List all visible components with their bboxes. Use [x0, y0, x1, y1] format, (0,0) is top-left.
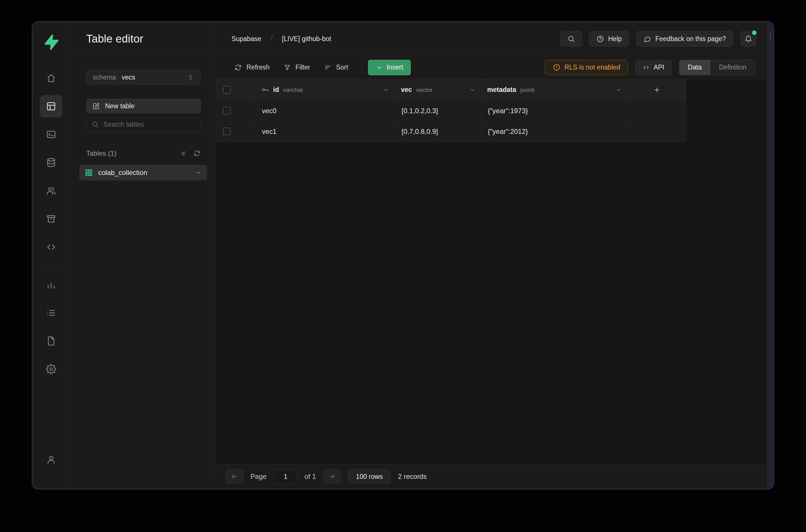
- refresh-button[interactable]: Refresh: [228, 59, 276, 76]
- insert-button[interactable]: Insert: [368, 60, 411, 75]
- page-title: Table editor: [86, 33, 143, 45]
- code-icon: [642, 64, 650, 71]
- column-name: vec: [401, 86, 412, 94]
- previous-page-button[interactable]: [226, 469, 243, 484]
- sort-lines-icon: [324, 64, 331, 71]
- api-label: API: [653, 63, 664, 71]
- sidebar-item-account[interactable]: [40, 449, 62, 471]
- schema-select[interactable]: schema vecs: [86, 70, 201, 84]
- insert-label: Insert: [387, 63, 403, 71]
- toolbar-divider: [361, 62, 362, 73]
- breadcrumb: Supabase [LIVE] github-bot: [231, 34, 331, 44]
- cell-metadata[interactable]: {"year":2012}: [481, 121, 628, 141]
- rows-per-page-button[interactable]: 100 rows: [348, 469, 390, 484]
- notification-dot: [751, 29, 758, 36]
- row-checkbox[interactable]: [223, 128, 231, 135]
- cell-metadata[interactable]: {"year":1973}: [481, 100, 628, 121]
- table-list-item[interactable]: colab_collection: [79, 165, 207, 180]
- table-editor-panel: Table editor schema vecs New table Table…: [70, 22, 216, 489]
- sidebar-item-edge-functions[interactable]: [40, 236, 62, 258]
- chevron-down-icon[interactable]: [469, 87, 475, 93]
- filter-label: Filter: [295, 63, 310, 71]
- table-row[interactable]: vec0 [0.1,0.2,0.3] {"year":1973}: [216, 100, 686, 121]
- sidebar-item-database[interactable]: [40, 151, 62, 174]
- refresh-tables-button[interactable]: [193, 150, 201, 157]
- page-of-label: of 1: [305, 473, 316, 480]
- sidebar-item-storage[interactable]: [40, 208, 62, 230]
- chevron-down-icon[interactable]: [383, 87, 389, 93]
- speech-bubble-icon: [644, 35, 651, 43]
- cell-id[interactable]: vec1: [256, 121, 395, 141]
- sidebar-item-auth[interactable]: [40, 179, 62, 202]
- page-number-input[interactable]: [274, 469, 297, 484]
- nav-rail: [33, 22, 70, 489]
- column-type: vector: [416, 87, 432, 93]
- breadcrumb-project[interactable]: [LIVE] github-bot: [282, 35, 331, 43]
- more-options-icon[interactable]: [768, 31, 772, 42]
- tab-data[interactable]: Data: [679, 60, 711, 75]
- record-count: 2 records: [398, 473, 426, 480]
- data-grid: id varchar vec vector metadata jsonb: [216, 79, 767, 464]
- gear-icon: [46, 364, 56, 374]
- cell-id[interactable]: vec0: [256, 100, 395, 121]
- search-tables-input[interactable]: [103, 121, 195, 128]
- rls-warning-badge[interactable]: RLS is not enabled: [545, 60, 628, 75]
- breadcrumb-org[interactable]: Supabase: [231, 35, 262, 43]
- sidebar-item-logs[interactable]: [40, 302, 62, 324]
- column-name: id: [273, 86, 279, 94]
- column-header-vec[interactable]: vec vector: [395, 79, 481, 100]
- sidebar-item-sql-editor[interactable]: [40, 123, 62, 146]
- add-column-button[interactable]: [628, 79, 686, 100]
- top-header: Supabase [LIVE] github-bot Help Feedback…: [216, 22, 767, 56]
- tab-definition[interactable]: Definition: [710, 60, 755, 75]
- rail-divider: [42, 266, 60, 266]
- feedback-label: Feedback on this page?: [655, 35, 726, 43]
- help-button[interactable]: Help: [589, 31, 629, 46]
- collapse-all-button[interactable]: [179, 150, 187, 157]
- table-name: colab_collection: [98, 169, 147, 177]
- next-page-button[interactable]: [323, 469, 341, 484]
- notifications-button[interactable]: [741, 31, 756, 46]
- sidebar-item-reports[interactable]: [40, 273, 62, 296]
- api-button[interactable]: API: [635, 60, 671, 75]
- cell-vec[interactable]: [0.1,0.2,0.3]: [395, 100, 481, 121]
- rls-warning-label: RLS is not enabled: [564, 63, 620, 71]
- sidebar-item-home[interactable]: [40, 67, 62, 89]
- arrow-left-icon: [231, 473, 238, 480]
- bar-chart-icon: [46, 280, 56, 290]
- table-row[interactable]: vec1 [0.7,0.8,0.9] {"year":2012}: [216, 121, 686, 142]
- select-all-checkbox[interactable]: [223, 86, 231, 94]
- cell-empty: [628, 121, 686, 141]
- table-grid-icon: [84, 168, 93, 177]
- sidebar-item-settings[interactable]: [40, 358, 62, 380]
- cell-empty: [628, 100, 686, 121]
- tables-section-header: Tables (1): [70, 149, 216, 157]
- archive-icon: [46, 214, 56, 224]
- row-checkbox[interactable]: [223, 107, 231, 115]
- column-header-metadata[interactable]: metadata jsonb: [481, 79, 628, 100]
- bell-icon: [745, 35, 752, 43]
- column-header-id[interactable]: id varchar: [256, 79, 395, 100]
- new-table-label: New table: [105, 102, 134, 110]
- sort-button[interactable]: Sort: [317, 59, 355, 76]
- global-search-button[interactable]: [560, 31, 582, 46]
- feedback-button[interactable]: Feedback on this page?: [636, 31, 733, 46]
- chevron-down-icon: [376, 64, 383, 71]
- supabase-logo-icon[interactable]: [43, 34, 59, 52]
- tables-count-label: Tables (1): [86, 149, 116, 157]
- chevron-down-icon[interactable]: [616, 87, 622, 93]
- cell-vec[interactable]: [0.7,0.8,0.9]: [395, 121, 481, 141]
- breadcrumb-separator: [268, 34, 276, 44]
- database-icon: [46, 157, 56, 168]
- new-table-button[interactable]: New table: [86, 99, 201, 113]
- column-type: varchar: [283, 87, 303, 93]
- user-icon: [46, 454, 56, 465]
- chevron-down-icon[interactable]: [195, 169, 202, 176]
- sidebar-item-docs[interactable]: [40, 330, 62, 352]
- funnel-icon: [284, 64, 291, 71]
- home-icon: [46, 73, 56, 83]
- search-tables-box: [86, 117, 201, 132]
- filter-button[interactable]: Filter: [276, 59, 317, 76]
- sidebar-item-table-editor[interactable]: [40, 95, 62, 117]
- header-checkbox-cell: [216, 79, 256, 100]
